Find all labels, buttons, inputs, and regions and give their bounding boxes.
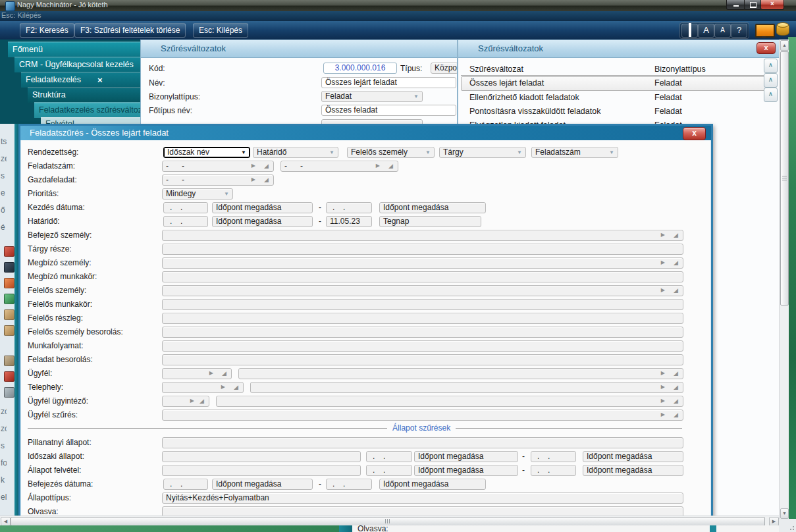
felelos-reszleg-field[interactable] (162, 313, 683, 324)
befejezes-to-date[interactable]: . . (326, 479, 372, 490)
felvetel-from-time-button[interactable]: Időpont megadása (414, 465, 518, 476)
fotipus-field[interactable]: Összes feladat (321, 105, 456, 116)
expand-arrow-icon[interactable]: ▶ (190, 398, 194, 404)
scroll-up-button[interactable]: ▲ (780, 40, 789, 51)
exit-button[interactable]: Esc: Kilépés (193, 23, 248, 38)
picker-arrow-icon[interactable]: ◢ (674, 370, 678, 377)
vertical-scrollbar[interactable]: ▲ ▼ (779, 40, 789, 519)
expand-arrow-icon[interactable]: ▶ (661, 398, 665, 404)
app-mini-icon[interactable] (4, 262, 14, 273)
font-increase-button[interactable]: A (698, 24, 714, 38)
hatarido-to-date[interactable]: 11.05.23 (326, 216, 372, 227)
megbizo-munkakor-field[interactable] (162, 271, 683, 282)
list-row-type[interactable]: Feladat (654, 107, 682, 116)
scroll-page-up-button[interactable]: ∧ (764, 73, 778, 88)
picker-arrow-icon[interactable]: ◢ (234, 384, 238, 390)
picker-arrow-icon[interactable]: ◢ (222, 370, 226, 377)
befejezes-from-time-button[interactable]: Időpont megadása (212, 479, 313, 490)
telephely-name-field[interactable]: ▶◢ (250, 382, 683, 393)
horizontal-scrollbar[interactable]: ◀ ▶ (0, 516, 779, 526)
gazdafeladat-range[interactable]: - -▶◢ (162, 174, 274, 186)
expand-arrow-icon[interactable]: ▶ (661, 370, 665, 376)
sort-dropdown-4[interactable]: Tárgy▼ (439, 147, 526, 158)
font-decrease-button[interactable]: A (714, 24, 731, 38)
database-icon[interactable] (776, 23, 789, 36)
app-mini-icon[interactable] (4, 387, 14, 398)
list-row-name[interactable]: Pontosításra visszaküldött feladatok (469, 107, 600, 116)
idoszaki-from-time-button[interactable]: Időpont megadása (414, 451, 518, 462)
idoszaki-to-time-button[interactable]: Időpont megadása (583, 451, 683, 462)
monitor-icon[interactable] (755, 24, 775, 38)
expand-arrow-icon[interactable]: ▶ (376, 163, 380, 169)
scroll-right-button[interactable]: ▶ (769, 517, 779, 526)
app-mini-icon[interactable] (4, 371, 14, 382)
clear-filters-button[interactable]: F3: Szűrési feltételek törlése (74, 23, 186, 38)
minimize-button[interactable] (726, 0, 745, 10)
picker-arrow-icon[interactable]: ◢ (674, 384, 678, 390)
ugyintezo-name-field[interactable]: ▶◢ (216, 396, 683, 407)
ugyfel-szures-field[interactable]: ▶◢ (162, 410, 683, 421)
app-mini-icon[interactable] (4, 325, 14, 336)
kod-field[interactable]: 3.000.000.016 (323, 63, 397, 74)
tipus-dropdown[interactable]: Közpo (431, 63, 458, 74)
kezdes-from-time-button[interactable]: Időpont megadása (212, 202, 313, 213)
sort-dropdown-3[interactable]: Felelős személy▼ (347, 147, 435, 158)
expand-arrow-icon[interactable]: ▶ (209, 370, 213, 376)
felelos-szemely-besorolas-field[interactable] (162, 327, 683, 338)
tab-close-icon[interactable]: × (97, 72, 103, 88)
kezdes-from-date[interactable]: . . (163, 202, 208, 213)
feladatszam-range-2[interactable]: - -▶◢ (280, 161, 398, 172)
ugyfel-name-field[interactable]: ▶◢ (238, 368, 683, 379)
sort-dropdown-2[interactable]: Határidő▼ (253, 147, 338, 158)
expand-arrow-icon[interactable]: ▶ (661, 287, 665, 293)
felelos-munkakor-field[interactable] (162, 299, 683, 310)
pillanatnyi-allapot-field[interactable] (162, 437, 683, 448)
picker-arrow-icon[interactable]: ◢ (674, 287, 678, 294)
idoszaki-to-date[interactable]: . . (531, 451, 576, 462)
picker-arrow-icon[interactable]: ◢ (674, 398, 678, 404)
allapottipus-field[interactable]: Nyitás+Kezdés+Folyamatban (162, 492, 683, 504)
list-row-type[interactable]: Feladat (654, 78, 682, 88)
expand-arrow-icon[interactable]: ▶ (661, 232, 665, 238)
expand-arrow-icon[interactable]: ▶ (661, 259, 665, 265)
kezdes-to-date[interactable]: . . (326, 202, 372, 213)
nev-field[interactable]: Összes lejárt feladat (321, 77, 456, 88)
hatarido-from-date[interactable]: . . (163, 216, 208, 227)
list-row-type[interactable]: Feladat (654, 93, 682, 102)
ugyintezo-code-field[interactable]: ▶◢ (162, 396, 209, 407)
scroll-left-button[interactable]: ◀ (1, 517, 11, 526)
befejezo-szemely-field[interactable]: ▶◢ (162, 230, 683, 241)
befejezes-to-time-button[interactable]: Időpont megadása (379, 479, 486, 490)
bizonylattipus-dropdown[interactable]: Feladat▼ (321, 91, 423, 102)
picker-arrow-icon[interactable]: ◢ (264, 163, 269, 169)
felelos-szemely-field[interactable]: ▶◢ (162, 285, 683, 296)
column-header-doctype[interactable]: Bizonylattípus (654, 65, 706, 74)
picker-arrow-icon[interactable]: ◢ (674, 232, 678, 238)
allapot-felvetel-field[interactable] (162, 465, 361, 476)
idoszaki-from-date[interactable]: . . (366, 451, 412, 462)
picker-arrow-icon[interactable]: ◢ (264, 176, 269, 183)
sort-dropdown-5[interactable]: Feladatszám▼ (531, 147, 618, 158)
sidebar-item-struktura[interactable]: Struktúra (28, 87, 140, 103)
column-header-variant[interactable]: Szűrésváltozat (469, 65, 523, 74)
app-mini-icon[interactable] (4, 278, 14, 288)
app-mini-icon[interactable] (4, 356, 14, 366)
expand-arrow-icon[interactable]: ▶ (252, 163, 255, 169)
idoszaki-allapot-field[interactable] (162, 451, 361, 462)
sidebar-item-fomenu[interactable]: Főmenü (8, 41, 140, 57)
search-button[interactable]: F2: Keresés (20, 23, 74, 38)
sidebar-item-crm[interactable]: CRM - Ügyfélkapcsolat kezelés (14, 57, 140, 72)
scroll-up-button[interactable]: ∧ (764, 88, 778, 102)
telephely-code-field[interactable]: ▶◢ (162, 382, 244, 393)
sidebar-item-feladatkezeles[interactable]: Feladatkezelés × (21, 72, 140, 88)
expand-arrow-icon[interactable]: ▶ (661, 412, 665, 417)
scroll-top-button[interactable]: ∧ (764, 59, 778, 73)
app-mini-icon[interactable] (4, 294, 14, 304)
app-mini-icon[interactable] (4, 246, 14, 257)
feladatszam-range-1[interactable]: - -▶◢ (162, 161, 274, 172)
panel-close-button[interactable]: x (756, 42, 776, 54)
dialog-close-button[interactable]: x (683, 127, 706, 140)
ugyfel-code-field[interactable]: ▶◢ (162, 368, 232, 379)
feladat-besorolas-field[interactable] (162, 354, 683, 365)
felvetel-to-date[interactable]: . . (531, 465, 576, 476)
